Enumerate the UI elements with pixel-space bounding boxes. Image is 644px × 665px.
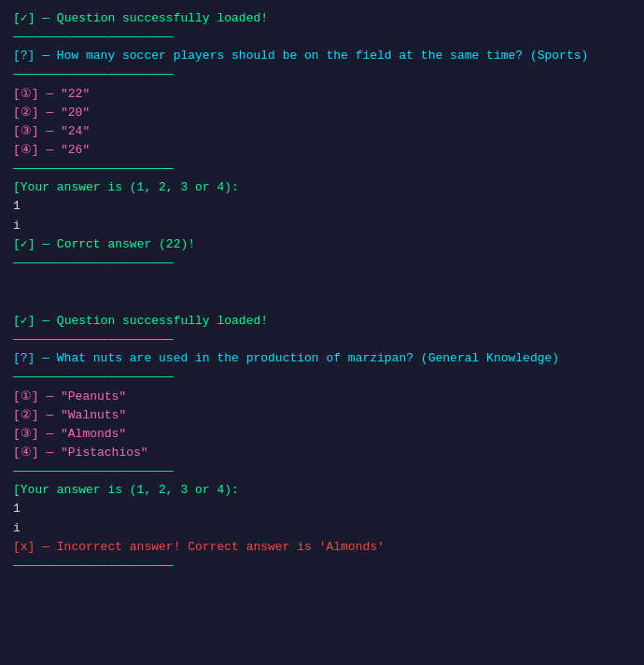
divider-2a: —————————————————————— [13, 331, 631, 349]
option-2d: [④] — "Pistachios" [13, 444, 631, 462]
spacer-2 [13, 286, 631, 299]
quiz-section-1: [✓] — Question successfully loaded! ————… [13, 9, 631, 273]
prompt-1: [Your answer is (1, 2, 3 or 4): [13, 178, 631, 197]
input-1b: i [13, 217, 631, 235]
option-2b: [②] — "Walnuts" [13, 406, 631, 425]
spacer-3 [13, 299, 631, 312]
input-2a: 1 [13, 500, 631, 518]
result-1: [✓] — Corrct answer (22)! [13, 235, 631, 254]
terminal-container: [✓] — Question successfully loaded! ————… [13, 9, 631, 575]
divider-1c: —————————————————————— [13, 160, 631, 178]
divider-2b: —————————————————————— [13, 368, 631, 387]
question-1: [?] — How many soccer players should be … [13, 47, 631, 65]
option-2a: [①] — "Peanuts" [13, 388, 631, 406]
divider-1d: —————————————————————— [13, 254, 631, 273]
option-1a: [①] — "22" [13, 85, 631, 104]
option-1b: [②] — "20" [13, 104, 631, 122]
quiz-section-2: [✓] — Question successfully loaded! ————… [13, 312, 631, 575]
divider-1a: —————————————————————— [13, 28, 631, 47]
divider-2c: —————————————————————— [13, 462, 631, 481]
question-2: [?] — What nuts are used in the producti… [13, 349, 631, 368]
option-1c: [③] — "24" [13, 122, 631, 141]
loaded-message-2: [✓] — Question successfully loaded! [13, 312, 631, 331]
option-2c: [③] — "Almonds" [13, 425, 631, 444]
divider-1b: —————————————————————— [13, 65, 631, 84]
prompt-2: [Your answer is (1, 2, 3 or 4): [13, 481, 631, 500]
option-1d: [④] — "26" [13, 141, 631, 160]
loaded-message-1: [✓] — Question successfully loaded! [13, 9, 631, 28]
divider-2d: —————————————————————— [13, 557, 631, 575]
spacer-1 [13, 273, 631, 286]
input-1a: 1 [13, 197, 631, 216]
input-2b: i [13, 519, 631, 538]
result-2: [x] — Incorrect answer! Correct answer i… [13, 538, 631, 557]
